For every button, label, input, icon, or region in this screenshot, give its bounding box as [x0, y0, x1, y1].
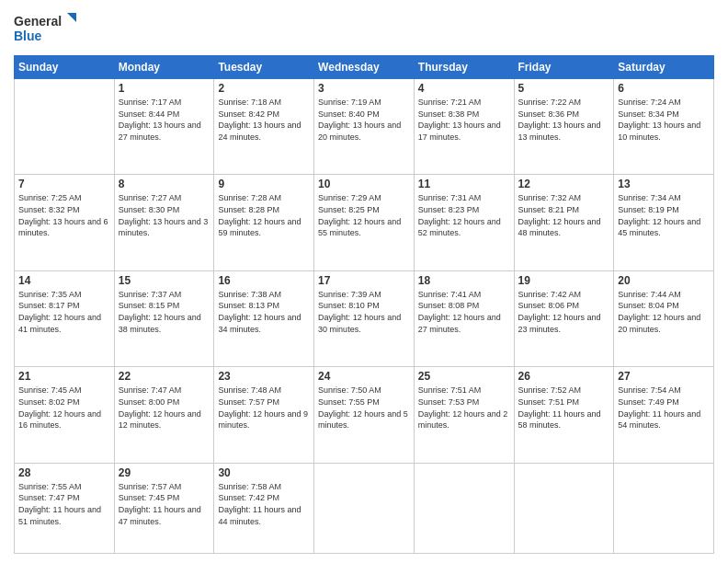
day-number: 2 [218, 82, 310, 95]
header: General Blue [14, 9, 714, 48]
day-info: Sunrise: 7:17 AMSunset: 8:44 PMDaylight:… [119, 97, 210, 143]
day-number: 5 [518, 82, 610, 95]
svg-text:Blue: Blue [14, 29, 42, 43]
calendar-cell: 7 Sunrise: 7:25 AMSunset: 8:32 PMDayligh… [15, 175, 115, 270]
day-number: 19 [518, 274, 610, 287]
day-info: Sunrise: 7:31 AMSunset: 8:23 PMDaylight:… [418, 192, 510, 238]
day-number: 15 [119, 274, 210, 287]
calendar-cell [614, 463, 714, 553]
day-number: 10 [318, 178, 410, 190]
day-info: Sunrise: 7:48 AMSunset: 7:57 PMDaylight:… [218, 385, 310, 431]
calendar-week-row: 14 Sunrise: 7:35 AMSunset: 8:17 PMDaylig… [15, 270, 714, 366]
page: General Blue SundayMondayTuesdayWednesda… [0, 0, 728, 563]
day-info: Sunrise: 7:25 AMSunset: 8:32 PMDaylight:… [18, 192, 110, 238]
logo: General Blue [14, 9, 78, 48]
day-number: 9 [218, 178, 310, 190]
calendar-header-monday: Monday [114, 56, 214, 79]
day-number: 7 [18, 178, 110, 190]
day-info: Sunrise: 7:37 AMSunset: 8:15 PMDaylight:… [119, 289, 210, 335]
calendar-header-row: SundayMondayTuesdayWednesdayThursdayFrid… [15, 56, 714, 79]
calendar-cell: 19 Sunrise: 7:42 AMSunset: 8:06 PMDaylig… [514, 270, 614, 366]
calendar-cell: 13 Sunrise: 7:34 AMSunset: 8:19 PMDaylig… [614, 175, 714, 270]
day-info: Sunrise: 7:29 AMSunset: 8:25 PMDaylight:… [318, 192, 410, 238]
day-number: 26 [518, 370, 610, 383]
day-info: Sunrise: 7:39 AMSunset: 8:10 PMDaylight:… [318, 289, 410, 335]
calendar-cell: 10 Sunrise: 7:29 AMSunset: 8:25 PMDaylig… [314, 175, 415, 270]
day-number: 13 [618, 178, 710, 190]
calendar-cell [514, 463, 614, 553]
calendar-cell: 2 Sunrise: 7:18 AMSunset: 8:42 PMDayligh… [214, 79, 314, 175]
logo-svg: General Blue [14, 9, 78, 48]
day-number: 27 [618, 370, 710, 383]
calendar-cell: 8 Sunrise: 7:27 AMSunset: 8:30 PMDayligh… [114, 175, 214, 270]
calendar-cell: 28 Sunrise: 7:55 AMSunset: 7:47 PMDaylig… [15, 463, 115, 553]
calendar-cell [314, 463, 415, 553]
calendar-cell: 22 Sunrise: 7:47 AMSunset: 8:00 PMDaylig… [114, 367, 214, 463]
day-number: 25 [418, 370, 510, 383]
day-number: 11 [418, 178, 510, 190]
calendar-week-row: 1 Sunrise: 7:17 AMSunset: 8:44 PMDayligh… [15, 79, 714, 175]
day-info: Sunrise: 7:22 AMSunset: 8:36 PMDaylight:… [518, 97, 610, 143]
day-info: Sunrise: 7:32 AMSunset: 8:21 PMDaylight:… [518, 192, 610, 238]
calendar-cell: 3 Sunrise: 7:19 AMSunset: 8:40 PMDayligh… [314, 79, 415, 175]
calendar-header-sunday: Sunday [15, 56, 115, 79]
calendar-cell: 1 Sunrise: 7:17 AMSunset: 8:44 PMDayligh… [114, 79, 214, 175]
calendar-cell: 6 Sunrise: 7:24 AMSunset: 8:34 PMDayligh… [614, 79, 714, 175]
day-number: 4 [418, 82, 510, 95]
day-info: Sunrise: 7:41 AMSunset: 8:08 PMDaylight:… [418, 289, 510, 335]
calendar-cell [414, 463, 514, 553]
day-number: 20 [618, 274, 710, 287]
calendar-cell: 11 Sunrise: 7:31 AMSunset: 8:23 PMDaylig… [414, 175, 514, 270]
calendar-cell: 26 Sunrise: 7:52 AMSunset: 7:51 PMDaylig… [514, 367, 614, 463]
calendar-cell: 4 Sunrise: 7:21 AMSunset: 8:38 PMDayligh… [414, 79, 514, 175]
calendar-cell: 21 Sunrise: 7:45 AMSunset: 8:02 PMDaylig… [15, 367, 115, 463]
calendar-week-row: 7 Sunrise: 7:25 AMSunset: 8:32 PMDayligh… [15, 175, 714, 270]
calendar-cell: 14 Sunrise: 7:35 AMSunset: 8:17 PMDaylig… [15, 270, 115, 366]
day-info: Sunrise: 7:28 AMSunset: 8:28 PMDaylight:… [218, 192, 310, 238]
calendar-header-friday: Friday [514, 56, 614, 79]
calendar-cell: 16 Sunrise: 7:38 AMSunset: 8:13 PMDaylig… [214, 270, 314, 366]
calendar-cell: 12 Sunrise: 7:32 AMSunset: 8:21 PMDaylig… [514, 175, 614, 270]
calendar-cell: 27 Sunrise: 7:54 AMSunset: 7:49 PMDaylig… [614, 367, 714, 463]
calendar-header-thursday: Thursday [414, 56, 514, 79]
day-number: 14 [18, 274, 110, 287]
day-info: Sunrise: 7:34 AMSunset: 8:19 PMDaylight:… [618, 192, 710, 238]
calendar-cell: 23 Sunrise: 7:48 AMSunset: 7:57 PMDaylig… [214, 367, 314, 463]
svg-text:General: General [14, 14, 62, 29]
day-number: 28 [18, 466, 110, 479]
calendar-cell: 29 Sunrise: 7:57 AMSunset: 7:45 PMDaylig… [114, 463, 214, 553]
day-info: Sunrise: 7:18 AMSunset: 8:42 PMDaylight:… [218, 97, 310, 143]
day-number: 1 [119, 82, 210, 95]
day-number: 22 [119, 370, 210, 383]
calendar-cell: 5 Sunrise: 7:22 AMSunset: 8:36 PMDayligh… [514, 79, 614, 175]
calendar-cell: 30 Sunrise: 7:58 AMSunset: 7:42 PMDaylig… [214, 463, 314, 553]
day-number: 8 [119, 178, 210, 190]
day-info: Sunrise: 7:57 AMSunset: 7:45 PMDaylight:… [119, 481, 210, 527]
day-info: Sunrise: 7:38 AMSunset: 8:13 PMDaylight:… [218, 289, 310, 335]
day-info: Sunrise: 7:24 AMSunset: 8:34 PMDaylight:… [618, 97, 710, 143]
calendar-week-row: 21 Sunrise: 7:45 AMSunset: 8:02 PMDaylig… [15, 367, 714, 463]
day-info: Sunrise: 7:42 AMSunset: 8:06 PMDaylight:… [518, 289, 610, 335]
day-number: 3 [318, 82, 410, 95]
day-number: 23 [218, 370, 310, 383]
calendar-cell: 24 Sunrise: 7:50 AMSunset: 7:55 PMDaylig… [314, 367, 415, 463]
calendar-cell: 25 Sunrise: 7:51 AMSunset: 7:53 PMDaylig… [414, 367, 514, 463]
calendar-header-saturday: Saturday [614, 56, 714, 79]
calendar-cell: 9 Sunrise: 7:28 AMSunset: 8:28 PMDayligh… [214, 175, 314, 270]
day-number: 18 [418, 274, 510, 287]
calendar-cell: 15 Sunrise: 7:37 AMSunset: 8:15 PMDaylig… [114, 270, 214, 366]
calendar-header-tuesday: Tuesday [214, 56, 314, 79]
day-number: 29 [119, 466, 210, 479]
day-info: Sunrise: 7:19 AMSunset: 8:40 PMDaylight:… [318, 97, 410, 143]
day-info: Sunrise: 7:54 AMSunset: 7:49 PMDaylight:… [618, 385, 710, 431]
calendar-cell: 17 Sunrise: 7:39 AMSunset: 8:10 PMDaylig… [314, 270, 415, 366]
day-info: Sunrise: 7:51 AMSunset: 7:53 PMDaylight:… [418, 385, 510, 431]
day-info: Sunrise: 7:52 AMSunset: 7:51 PMDaylight:… [518, 385, 610, 431]
calendar-table: SundayMondayTuesdayWednesdayThursdayFrid… [14, 55, 714, 554]
day-number: 6 [618, 82, 710, 95]
day-info: Sunrise: 7:27 AMSunset: 8:30 PMDaylight:… [119, 192, 210, 238]
day-number: 21 [18, 370, 110, 383]
day-info: Sunrise: 7:35 AMSunset: 8:17 PMDaylight:… [18, 289, 110, 335]
day-number: 17 [318, 274, 410, 287]
calendar-cell [15, 79, 115, 175]
